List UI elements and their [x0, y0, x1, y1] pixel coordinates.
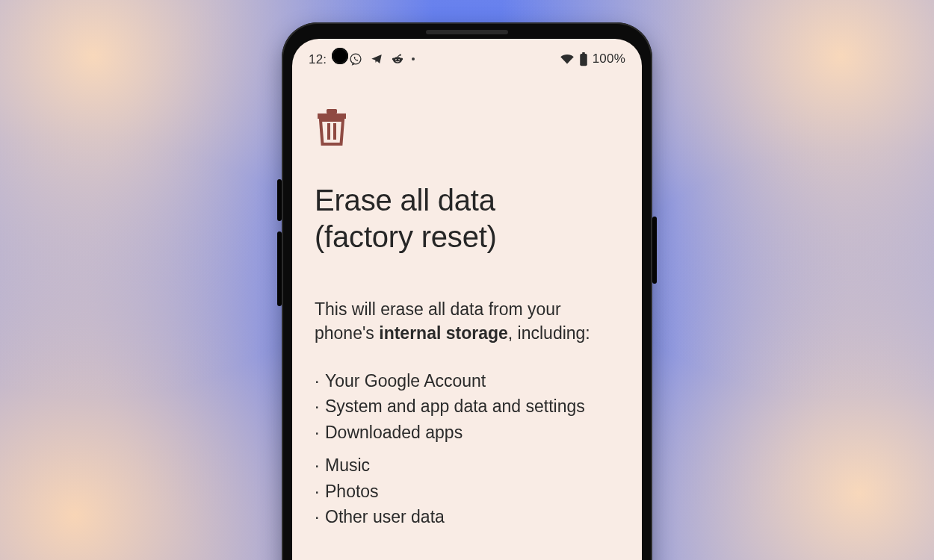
- list-item: ·Other user data: [315, 504, 619, 530]
- svg-point-3: [400, 58, 403, 60]
- list-item: ·Music: [315, 452, 619, 479]
- list-item-label: System and app data and settings: [325, 393, 585, 420]
- whatsapp-icon: [349, 52, 362, 66]
- list-item-label: Photos: [325, 479, 379, 505]
- trash-icon: [315, 108, 619, 149]
- page-title-line2: (factory reset): [315, 219, 619, 255]
- list-item: ·System and app data and settings: [315, 393, 619, 420]
- svg-rect-8: [580, 54, 587, 66]
- svg-rect-9: [318, 113, 346, 119]
- svg-point-0: [350, 54, 361, 64]
- clock-left: 12:: [309, 52, 327, 66]
- svg-rect-7: [582, 52, 585, 54]
- svg-point-5: [395, 59, 397, 60]
- power-button[interactable]: [652, 217, 657, 284]
- page-title-line1: Erase all data: [315, 182, 619, 219]
- svg-rect-11: [327, 123, 330, 140]
- status-left: 12:09: [309, 52, 415, 66]
- battery-percent: 100%: [593, 52, 625, 66]
- bullet-list: ·Your Google Account ·System and app dat…: [315, 368, 619, 530]
- svg-point-1: [393, 57, 402, 63]
- volume-down-button[interactable]: [277, 231, 282, 306]
- volume-up-button[interactable]: [277, 179, 282, 221]
- list-item: ·Your Google Account: [315, 368, 619, 394]
- list-item-label: Music: [325, 452, 370, 479]
- phone-frame: 12:09: [282, 22, 652, 560]
- more-notifications-dot: [412, 57, 415, 60]
- earpiece: [426, 30, 508, 34]
- list-item: ·Photos: [315, 479, 619, 505]
- page-title: Erase all data (factory reset): [315, 182, 619, 255]
- reddit-icon: [391, 52, 404, 66]
- front-camera-hole: [332, 48, 348, 64]
- battery-icon: [579, 52, 588, 66]
- description-bold: internal storage: [379, 323, 508, 343]
- svg-rect-10: [327, 109, 337, 113]
- settings-page-content[interactable]: Erase all data (factory reset) This will…: [292, 75, 642, 545]
- list-item-label: Other user data: [325, 504, 445, 530]
- wallpaper: 12:09: [0, 0, 934, 560]
- svg-rect-12: [333, 123, 336, 140]
- svg-point-2: [392, 58, 394, 60]
- svg-point-6: [398, 59, 400, 60]
- status-right: 100%: [560, 52, 625, 66]
- wifi-icon: [560, 53, 575, 65]
- list-item: ·Downloaded apps: [315, 420, 619, 446]
- telegram-icon: [370, 52, 383, 66]
- description-suffix: , including:: [508, 323, 590, 343]
- description: This will erase all data from your phone…: [315, 297, 619, 346]
- phone-screen: 12:09: [292, 39, 642, 560]
- list-item-label: Downloaded apps: [325, 420, 463, 446]
- list-item-label: Your Google Account: [325, 368, 486, 394]
